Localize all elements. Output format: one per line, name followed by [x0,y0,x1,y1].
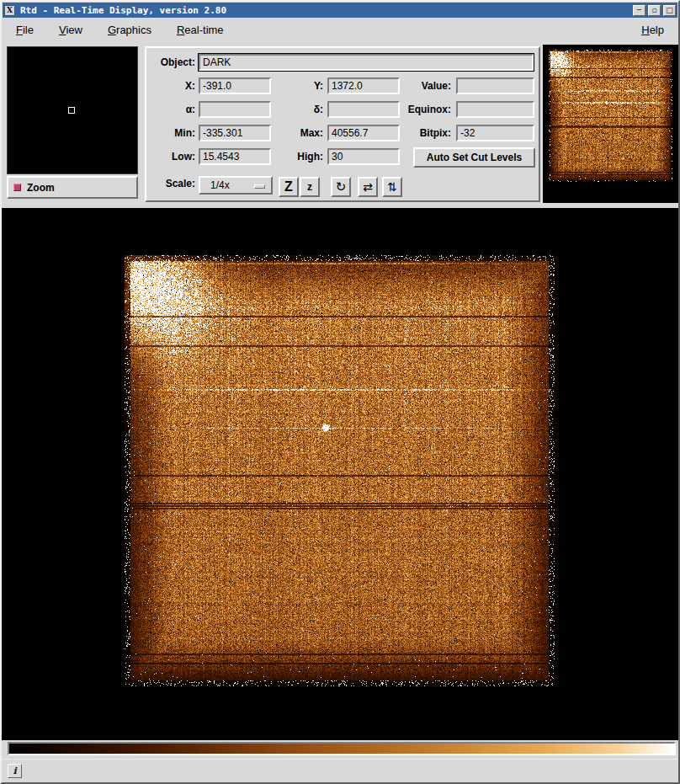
max-label: Max: [264,127,323,139]
delta-field[interactable] [327,101,400,118]
min-field[interactable] [199,125,271,141]
delta-label: δ: [264,104,323,115]
menu-file[interactable]: File [16,24,34,36]
maximize-button[interactable]: □ [663,5,676,16]
dropdown-indicator-icon [254,184,265,189]
colorbar-strip [2,740,678,759]
value-label: Value: [392,80,451,92]
object-label: Object: [153,56,195,68]
titlebar[interactable]: X Rtd - Real-Time Display, version 2.80 … [3,3,677,18]
rtd-window: X Rtd - Real-Time Display, version 2.80 … [0,0,680,784]
alpha-field[interactable] [199,101,271,118]
y-field[interactable] [327,77,400,94]
scale-value: 1/4x [210,179,230,191]
flip-x-icon[interactable]: ⇄ [358,177,378,197]
rotate-icon[interactable]: ↻ [331,177,351,197]
high-field[interactable] [327,148,400,165]
dark-frame-image[interactable] [125,255,555,686]
cutlevels-row: Low: High: Auto Set Cut Levels [153,147,535,168]
zoom-panel: Zoom [7,46,138,199]
min-label: Min: [153,127,195,139]
zoom-cursor-square [68,107,75,114]
wcs-row: α: δ: Equinox: [153,100,535,120]
pan-panel [543,45,678,203]
object-row: Object: [153,53,535,73]
zoom-view [7,46,138,174]
value-field[interactable] [456,77,534,94]
auto-set-cut-levels-button[interactable]: Auto Set Cut Levels [413,147,535,168]
x-field[interactable] [199,77,271,94]
low-field[interactable] [199,148,271,165]
scale-row: Scale: 1/4x Z z ↻ ⇄ ⇅ [153,174,535,195]
menu-graphics[interactable]: Graphics [108,24,151,36]
info-panel: Object: X: Y: Value: α: δ: Equinox: [145,46,540,202]
zoom-label: Zoom [27,182,55,194]
menu-real-time[interactable]: Real-time [177,24,224,36]
pan-thumbnail[interactable] [549,50,672,182]
scale-label: Scale: [153,178,195,189]
max-field[interactable] [327,125,400,141]
xy-row: X: Y: Value: [153,77,535,97]
control-panel: Zoom Object: X: Y: Value: α: δ: Eq [2,42,678,208]
info-grip[interactable]: i [8,764,22,778]
equinox-label: Equinox: [392,104,451,115]
statusbar: i [2,759,678,782]
minimize-button[interactable]: ─ [633,5,645,16]
low-label: Low: [153,151,195,163]
minmax-row: Min: Max: Bitpix: [153,124,535,144]
zoom-out-button[interactable]: z [300,177,320,197]
window-menu-icon[interactable]: X [4,5,15,16]
colorbar[interactable] [8,742,676,755]
window-title: Rtd - Real-Time Display, version 2.80 [18,5,628,16]
menubar: File View Graphics Real-time Help [2,18,678,42]
restore-button[interactable]: ▫ [648,5,661,16]
menu-view[interactable]: View [59,24,82,36]
zoom-toggle[interactable] [13,184,21,191]
x-label: X: [153,80,195,92]
object-field[interactable] [199,54,534,71]
window-controls: ─ ▫ □ [630,5,676,16]
zoom-bar: Zoom [7,176,138,199]
bitpix-label: Bitpix: [392,127,451,139]
bitpix-field[interactable] [456,125,534,141]
flip-y-icon[interactable]: ⇅ [382,177,402,197]
image-canvas-area[interactable] [2,208,678,740]
zoom-in-button[interactable]: Z [279,177,299,197]
menu-help[interactable]: Help [641,24,664,36]
scale-dropdown[interactable]: 1/4x [199,176,273,195]
alpha-label: α: [153,104,195,115]
equinox-field[interactable] [456,101,534,118]
y-label: Y: [264,80,323,92]
high-label: High: [264,151,323,163]
